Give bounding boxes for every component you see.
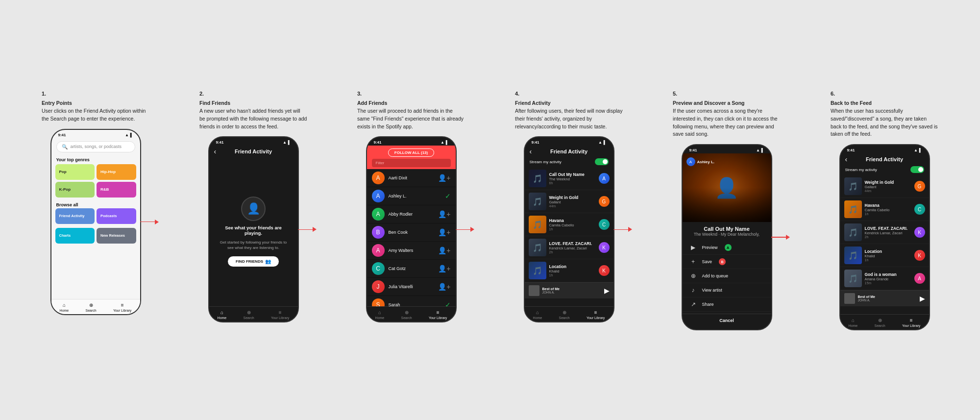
play-button-4[interactable]: ▶ (604, 287, 610, 295)
browse-charts[interactable]: Charts (55, 228, 95, 244)
follow-action-2[interactable]: 👤+ (438, 210, 450, 218)
activity-item-1[interactable]: 🎵 Weight in Gold Gallant 44m G (525, 190, 613, 213)
stream-toggle-6[interactable] (910, 166, 924, 173)
nav-library-6[interactable]: ≡ Your Library (902, 318, 921, 327)
song-6-artist-0: Gallant (865, 185, 911, 189)
filter-input[interactable]: Filter (372, 159, 451, 167)
context-share[interactable]: ↗ Share (683, 297, 771, 312)
activity-item-6-2[interactable]: 🎵 LOVE. FEAT. ZACARI. Kendrick Lamar, Za… (840, 221, 929, 244)
thumb-6-0: 🎵 (844, 177, 862, 195)
activity-item-0[interactable]: 🎵 Call Out My Name The Weeknd 6h A (525, 167, 613, 190)
library-icon-6: ≡ (910, 318, 913, 323)
battery-5: ▌ (761, 148, 764, 152)
friend-item-7[interactable]: S Sarah ✓ (367, 296, 456, 306)
mini-sub-4: JOHN A. (542, 291, 601, 294)
mini-player-6[interactable]: Best of Me JOHN A. ▶ (840, 290, 929, 306)
nav-home-1[interactable]: ⌂ Home (60, 302, 69, 312)
activity-item-4[interactable]: 🎵 Location Khalid 1h K (525, 259, 613, 282)
activity-item-3[interactable]: 🎵 LOVE. FEAT. ZACARI. Kendrick Lamar, Za… (525, 236, 613, 259)
screen-4-title: Friend Activity (550, 148, 588, 154)
genre-pop[interactable]: Pop (55, 164, 95, 180)
genre-kpop[interactable]: K-Pop (55, 182, 95, 198)
nav-search-3[interactable]: ⊕ Search (401, 310, 412, 320)
nav-home-2[interactable]: ⌂ Home (218, 310, 227, 320)
save-label: Save (702, 259, 712, 264)
share-icon: ↗ (689, 301, 697, 308)
back-button-6[interactable]: ‹ (845, 155, 848, 163)
search-bar-1[interactable]: 🔍 artists, songs, or podcasts (56, 141, 135, 152)
phone-4: 9:41 ▲ ▌ ‹ Friend Activity Stream my act… (524, 136, 614, 322)
activity-item-6-0[interactable]: 🎵 Weight in Gold Gallant 44m G (840, 175, 929, 198)
nav-library-2[interactable]: ≡ Your Library (271, 310, 290, 320)
phone-wrapper-1: 9:41 ▲ ▌ 🔍 artists, songs, or podcasts Y… (50, 129, 141, 315)
screen-6-title: Friend Activity (866, 156, 903, 162)
follow-action-1[interactable]: ✓ (445, 192, 451, 200)
friend-item-0[interactable]: A Aarti Dixit 👤+ (367, 169, 456, 187)
friend-item-3[interactable]: B Ben Cook 👤+ (367, 223, 456, 242)
status-icons-1: ▲ ▌ (125, 133, 133, 137)
step-4-body: After following users, their feed will n… (515, 108, 622, 129)
thumb-call-0: 🎵 (529, 170, 546, 187)
follow-action-5[interactable]: 👤+ (438, 265, 450, 272)
genre-hiphop[interactable]: Hip-Hop (97, 164, 136, 180)
context-save[interactable]: + Save B (683, 255, 771, 269)
follow-action-0[interactable]: 👤+ (438, 174, 450, 182)
genre-rnb[interactable]: R&B (97, 182, 136, 198)
nav-home-3[interactable]: ⌂ Home (375, 310, 385, 320)
time-5: 9:41 (689, 148, 697, 152)
browse-friend-activity[interactable]: Friend Activity (55, 208, 95, 224)
status-icons-6: ▲ ▌ (914, 148, 922, 152)
friend-item-2[interactable]: A Abby Rodler 👤+ (367, 205, 456, 223)
stream-label-4: Stream my activity (530, 160, 562, 164)
mini-player-4[interactable]: Best of Me JOHN A. ▶ (525, 282, 613, 298)
friend-item-6[interactable]: J Julia Vitarelli 👤+ (367, 278, 456, 296)
back-button-2[interactable]: ‹ (214, 148, 217, 155)
nav-library-4[interactable]: ≡ Your Library (587, 310, 605, 320)
friend-item-4[interactable]: A Amy Walters 👤+ (367, 242, 456, 260)
step-5-description: 5. Preview and Discover a Song If the us… (673, 90, 781, 138)
context-artist[interactable]: ♪ View artist (683, 283, 771, 297)
back-button-4[interactable]: ‹ (530, 148, 532, 155)
activity-item-6-3[interactable]: 🎵 Location Khalid 1h K (840, 244, 929, 267)
nav-home-6[interactable]: ⌂ Home (849, 318, 858, 327)
activity-item-2[interactable]: 🎵 Havana Camila Cabello 1h C (525, 213, 613, 236)
cancel-button[interactable]: Cancel (683, 314, 771, 327)
stream-toggle-4[interactable] (595, 158, 609, 165)
context-queue[interactable]: ⊕ Add to queue (683, 269, 771, 283)
nav-search-1[interactable]: ⊕ Search (85, 302, 96, 312)
step-1-heading: Entry Points (42, 100, 72, 106)
mini-sub-6: JOHN A. (858, 298, 917, 302)
play-button-6[interactable]: ▶ (920, 295, 925, 302)
follow-action-6[interactable]: 👤+ (438, 283, 450, 291)
nav-home-4[interactable]: ⌂ Home (533, 310, 542, 320)
song-time-3: 2h (549, 250, 596, 254)
nav-search-4[interactable]: ⊕ Search (559, 310, 569, 320)
nav-library-3[interactable]: ≡ Your Library (429, 310, 447, 320)
nav-search-6[interactable]: ⊕ Search (874, 318, 885, 327)
follow-action-7[interactable]: ✓ (445, 301, 451, 306)
thumb-location-4: 🎵 (529, 262, 546, 279)
arrow-line-5 (771, 237, 786, 238)
follow-action-3[interactable]: 👤+ (438, 228, 450, 236)
song-6-artist-3: Khalid (865, 254, 911, 258)
step-6: 6. Back to the Feed When the user has su… (813, 90, 956, 330)
nav-library-1[interactable]: ≡ Your Library (113, 302, 132, 312)
browse-new-releases[interactable]: New Releases (97, 228, 136, 244)
follow-all-button[interactable]: FOLLOW ALL (13) (388, 148, 434, 157)
activity-item-6-1[interactable]: 🎵 Havana Camila Cabello 1h C (840, 198, 929, 221)
browse-podcasts[interactable]: Podcasts (97, 208, 136, 224)
battery-6: ▌ (919, 148, 922, 152)
friend-item-1[interactable]: A Ashley L. ✓ (367, 187, 456, 205)
song-title-4: Location (549, 264, 596, 269)
follow-action-4[interactable]: 👤+ (438, 247, 450, 254)
activity-item-6-4[interactable]: 🎵 God is a woman Ariana Grande 15m A (840, 267, 929, 290)
activity-info-1: Weight in Gold Gallant 44m (549, 195, 596, 208)
user-chip-name: Ashley L. (697, 160, 715, 164)
arrow-head (155, 220, 159, 224)
step-5-heading: Preview and Discover a Song (673, 100, 744, 106)
context-preview[interactable]: ▶ Preview A (683, 241, 771, 255)
friend-item-5[interactable]: C Cat Gotz 👤+ (367, 260, 456, 278)
find-friends-button[interactable]: FIND FRIENDS 👥 (228, 256, 279, 267)
step-2-heading: Find Friends (199, 100, 230, 106)
nav-search-2[interactable]: ⊕ Search (243, 310, 254, 320)
